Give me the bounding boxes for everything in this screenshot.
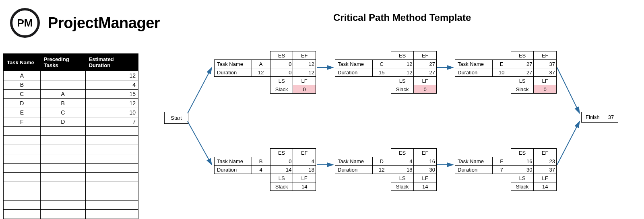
ls-value: 18 [391, 166, 414, 174]
ef-value: 37 [534, 60, 557, 68]
table-cell: 15 [85, 90, 138, 99]
task-table: Task Name Preceding Tasks Estimated Dura… [3, 53, 138, 219]
ef-value: 16 [414, 157, 437, 166]
ef-header: EF [534, 51, 557, 60]
duration-label: Duration [215, 68, 252, 77]
taskname-label: Task Name [455, 157, 493, 166]
task-name: E [492, 60, 511, 68]
table-cell [40, 182, 85, 191]
lf-header: LF [534, 77, 557, 85]
th-preceding: Preceding Tasks [40, 54, 85, 71]
taskname-label: Task Name [335, 157, 373, 166]
duration-label: Duration [455, 68, 493, 77]
table-cell: B [40, 99, 85, 108]
taskname-label: Task Name [215, 157, 252, 166]
brand-name: ProjectManager [48, 14, 160, 32]
ls-value: 30 [511, 166, 534, 174]
es-value: 0 [270, 157, 293, 166]
table-row: DB12 [4, 99, 138, 108]
table-cell [85, 191, 138, 201]
table-cell [40, 136, 85, 145]
ef-header: EF [414, 149, 437, 157]
table-cell: 4 [85, 80, 138, 90]
slack-value: 14 [534, 182, 557, 191]
ls-value: 0 [270, 68, 293, 77]
ef-value: 23 [534, 157, 557, 166]
finish-node: Finish 37 [581, 112, 618, 123]
slack-value: 0 [534, 85, 557, 94]
cpm-diagram: Start Finish 37 ESEFTask NameA012Duratio… [164, 48, 627, 209]
brand-initials: PM [17, 17, 33, 29]
table-cell [4, 182, 41, 191]
start-label: Start [171, 115, 182, 121]
duration-label: Duration [335, 166, 373, 174]
ls-header: LS [511, 77, 534, 85]
table-cell [40, 201, 85, 210]
table-row: CA15 [4, 90, 138, 99]
table-cell [4, 173, 41, 182]
lf-value: 37 [534, 68, 557, 77]
duration-value: 12 [252, 68, 270, 77]
table-cell [85, 182, 138, 191]
table-cell: A [4, 71, 41, 80]
slack-value: 14 [414, 182, 437, 191]
table-row [4, 182, 138, 191]
table-cell [4, 201, 41, 210]
table-cell: E [4, 108, 41, 117]
slack-label: Slack [511, 182, 534, 191]
duration-label: Duration [335, 68, 373, 77]
table-cell [4, 191, 41, 201]
table-cell: 10 [85, 108, 138, 117]
es-header: ES [391, 149, 414, 157]
slack-value: 14 [293, 182, 316, 191]
table-row [4, 191, 138, 201]
duration-label: Duration [455, 166, 493, 174]
table-row: B4 [4, 80, 138, 90]
taskname-label: Task Name [215, 60, 252, 68]
node-e: ESEFTask NameE2737Duration102737LSLFSlac… [455, 51, 557, 94]
table-row [4, 210, 138, 219]
taskname-label: Task Name [335, 60, 373, 68]
ls-value: 14 [270, 166, 293, 174]
brand-logo-circle: PM [10, 8, 40, 38]
es-header: ES [391, 51, 414, 60]
ef-header: EF [534, 149, 557, 157]
start-node: Start [164, 112, 188, 124]
table-cell [85, 127, 138, 136]
task-name: C [372, 60, 391, 68]
lf-header: LF [534, 174, 557, 182]
es-header: ES [270, 51, 293, 60]
table-row [4, 173, 138, 182]
ls-header: LS [270, 77, 293, 85]
lf-value: 30 [414, 166, 437, 174]
table-cell [40, 191, 85, 201]
table-cell [4, 127, 41, 136]
table-cell [4, 164, 41, 173]
table-cell [40, 164, 85, 173]
table-cell: 7 [85, 117, 138, 127]
ls-header: LS [391, 77, 414, 85]
table-cell [40, 210, 85, 219]
lf-header: LF [414, 77, 437, 85]
table-cell [85, 210, 138, 219]
th-task-name: Task Name [4, 54, 41, 71]
node-f: ESEFTask NameF1623Duration73037LSLFSlack… [455, 148, 557, 191]
es-header: ES [270, 149, 293, 157]
table-cell [4, 210, 41, 219]
ls-value: 12 [391, 68, 414, 77]
lf-value: 27 [414, 68, 437, 77]
table-row: EC10 [4, 108, 138, 117]
ef-header: EF [293, 51, 316, 60]
duration-value: 15 [372, 68, 391, 77]
node-c: ESEFTask NameC1227Duration151227LSLFSlac… [335, 51, 437, 94]
table-cell [40, 154, 85, 164]
es-value: 27 [511, 60, 534, 68]
es-header: ES [511, 51, 534, 60]
es-value: 16 [511, 157, 534, 166]
table-cell: B [4, 80, 41, 90]
table-row [4, 127, 138, 136]
ls-value: 27 [511, 68, 534, 77]
table-cell: F [4, 117, 41, 127]
table-cell [4, 136, 41, 145]
table-cell: C [40, 108, 85, 117]
